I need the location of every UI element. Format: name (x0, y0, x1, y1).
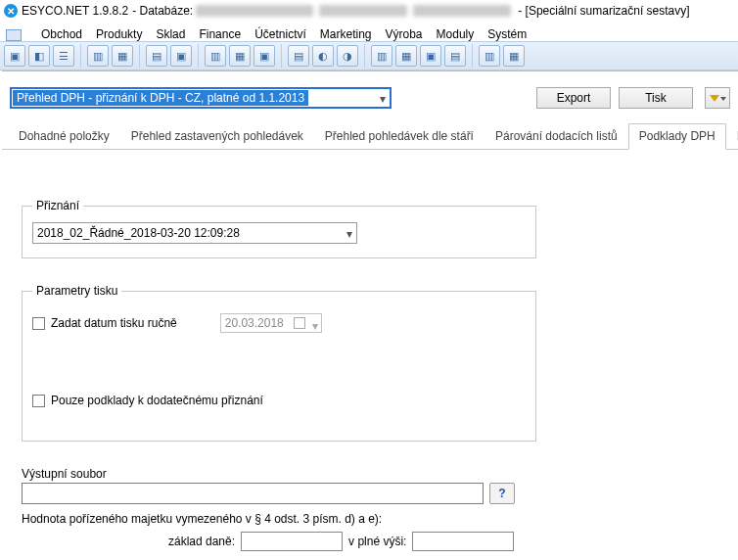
title-suffix: - [Speciální sumarizační sestavy] (518, 4, 689, 18)
toolbar-icon[interactable]: ▦ (112, 45, 133, 67)
menu-obchod[interactable]: Obchod (41, 27, 82, 41)
manual-date-checkbox[interactable] (32, 317, 45, 330)
chevron-down-icon: ▾ (312, 319, 318, 333)
full-input[interactable] (412, 532, 514, 551)
toolbar-icon[interactable]: ▦ (395, 45, 417, 67)
toolbar-separator (281, 44, 282, 68)
toolbar-icon[interactable]: ▦ (229, 45, 251, 67)
legend-priznani: Přiznání (32, 199, 83, 212)
print-button[interactable]: Tisk (619, 87, 693, 109)
toolbar-separator (80, 44, 81, 68)
filter-button[interactable] (705, 87, 730, 109)
manual-date-picker[interactable]: 20.03.2018 ▾ (220, 313, 322, 333)
window-icon (6, 29, 22, 41)
fieldset-parametry: Parametry tisku Zadat datum tisku ručně … (22, 284, 536, 442)
blurred-text (319, 5, 407, 17)
toolbar-icon[interactable]: ◐ (312, 45, 334, 67)
title-bar: ✕ ESYCO.NET 1.9.8.2 - Databáze: - [Speci… (0, 0, 738, 22)
manual-date-value: 20.03.2018 (225, 316, 284, 330)
legend-parametry: Parametry tisku (32, 284, 121, 298)
calendar-icon (294, 317, 305, 329)
menu-system[interactable]: Systém (487, 27, 527, 41)
toolbar-separator (472, 44, 473, 68)
toolbar-icon[interactable]: ▦ (503, 45, 525, 67)
export-button[interactable]: Export (536, 87, 611, 109)
full-label: v plné výši: (348, 535, 406, 548)
menu-bar: Obchod Produkty Sklad Finance Účetnictví… (0, 22, 738, 41)
toolbar-icon[interactable]: ▤ (288, 45, 309, 67)
app-title: ESYCO.NET 1.9.8.2 (22, 4, 128, 18)
fieldset-priznani: Přiznání 2018_02_Řádné_2018-03-20 12:09:… (22, 199, 536, 258)
toolbar: ▣ ◧ ☰ ▥ ▦ ▤ ▣ ▥ ▦ ▣ ▤ ◐ ◑ ▥ ▦ ▣ ▤ ▥ ▦ (0, 41, 738, 70)
toolbar-icon[interactable]: ☰ (53, 45, 74, 67)
toolbar-separator (139, 44, 140, 68)
tab-zastavene[interactable]: Přehled zastavených pohledávek (120, 123, 314, 150)
tab-dohadne[interactable]: Dohadné položky (8, 123, 120, 150)
chevron-down-icon: ▾ (380, 92, 386, 106)
app-icon: ✕ (4, 4, 18, 18)
output-help-button[interactable]: ? (489, 483, 515, 504)
toolbar-icon[interactable]: ▣ (420, 45, 441, 67)
manual-date-label: Zadat datum tisku ručně (51, 316, 177, 330)
menu-moduly[interactable]: Moduly (437, 27, 475, 41)
report-selected: Přehled DPH - přiznání k DPH - CZ, platn… (13, 90, 308, 106)
menu-finance[interactable]: Finance (199, 27, 241, 41)
toolbar-icon[interactable]: ▥ (87, 45, 109, 67)
manual-date-row: Zadat datum tisku ručně 20.03.2018 ▾ (32, 313, 526, 333)
funnel-icon (710, 95, 719, 102)
toolbar-icon[interactable]: ▣ (170, 45, 192, 67)
tab-pohledavky[interactable]: Přehled pohledávek dle stáří (314, 123, 484, 150)
tab-strip: Dohadné položky Přehled zastavených pohl… (2, 122, 738, 150)
toolbar-icon[interactable]: ◧ (28, 45, 50, 67)
menu-ucetnictvi[interactable]: Účetnictví (254, 27, 306, 41)
output-label: Výstupní soubor (22, 467, 718, 481)
base-label: základ daně: (168, 535, 235, 548)
base-input[interactable] (241, 532, 343, 551)
chevron-down-icon: ▾ (346, 227, 352, 241)
tab-inventura[interactable]: Inventurní seznam (726, 123, 738, 150)
tab-podklady-dph[interactable]: Podklady DPH (628, 123, 726, 150)
only-extra-label: Pouze podklady k dodatečnému přiznání (51, 394, 263, 407)
toolbar-icon[interactable]: ▥ (479, 45, 500, 67)
toolbar-icon[interactable]: ▣ (4, 45, 25, 67)
menu-marketing[interactable]: Marketing (320, 27, 372, 41)
toolbar-icon[interactable]: ◑ (337, 45, 358, 67)
toolbar-icon[interactable]: ▤ (444, 45, 466, 67)
report-row: Přehled DPH - přiznání k DPH - CZ, platn… (2, 85, 738, 109)
toolbar-icon[interactable]: ▤ (146, 45, 167, 67)
blurred-text (196, 5, 313, 17)
only-extra-row: Pouze podklady k dodatečnému přiznání (32, 394, 526, 407)
output-file-input[interactable] (22, 483, 484, 504)
toolbar-icon[interactable]: ▥ (371, 45, 392, 67)
menu-vyroba[interactable]: Výroba (386, 27, 423, 41)
blurred-text (413, 5, 511, 17)
db-prefix: - Databáze: (132, 4, 193, 18)
menu-sklad[interactable]: Sklad (156, 27, 185, 41)
tab-parovani[interactable]: Párování dodacích listů (484, 123, 628, 150)
priznani-dropdown[interactable]: 2018_02_Řádné_2018-03-20 12:09:28 ▾ (32, 222, 357, 244)
toolbar-icon[interactable]: ▥ (205, 45, 226, 67)
only-extra-checkbox[interactable] (32, 395, 45, 407)
toolbar-icon[interactable]: ▣ (254, 45, 275, 67)
output-row: ? (22, 483, 718, 504)
asset-label: Hodnota pořízeného majetku vymezeného v … (22, 512, 718, 526)
amount-row: základ daně: v plné výši: (22, 532, 718, 551)
panel: Přiznání 2018_02_Řádné_2018-03-20 12:09:… (2, 150, 738, 560)
toolbar-separator (364, 44, 365, 68)
content-area: Přehled DPH - přiznání k DPH - CZ, platn… (2, 70, 738, 560)
priznani-value: 2018_02_Řádné_2018-03-20 12:09:28 (37, 226, 240, 240)
toolbar-separator (198, 44, 199, 68)
menu-produkty[interactable]: Produkty (96, 27, 142, 41)
report-dropdown[interactable]: Přehled DPH - přiznání k DPH - CZ, platn… (10, 87, 392, 109)
